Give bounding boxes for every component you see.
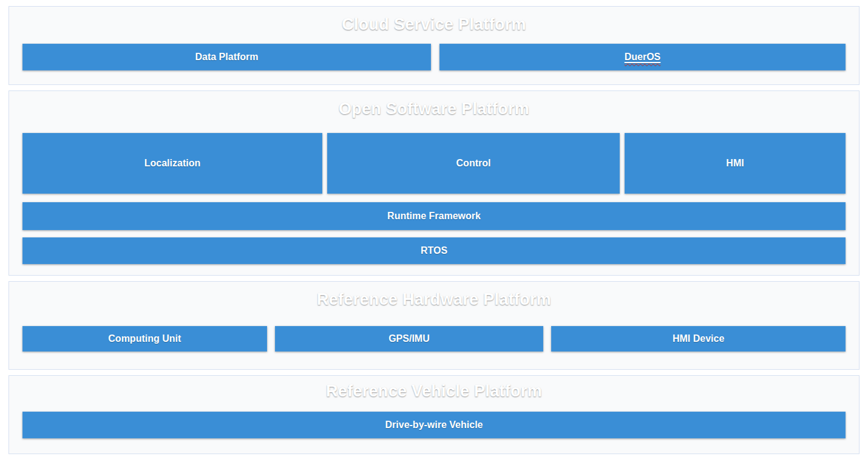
data-platform-label: Data Platform: [195, 52, 258, 63]
dueros-link[interactable]: DuerOS: [625, 52, 661, 63]
panel-reference-vehicle-platform: Reference Vehicle Platform Drive-by-wire…: [8, 375, 860, 454]
dueros-label: DuerOS: [625, 52, 661, 62]
cloud-blocks-row: Data Platform DuerOS: [22, 44, 846, 70]
hmi-label: HMI: [726, 158, 744, 169]
hardware-blocks-row: Computing Unit GPS/IMU HMI Device: [22, 326, 846, 352]
computing-unit-label: Computing Unit: [108, 333, 181, 344]
block-control: Control: [327, 133, 620, 194]
drive-by-wire-vehicle-label: Drive-by-wire Vehicle: [385, 420, 483, 430]
reference-hardware-platform-title: Reference Hardware Platform: [22, 282, 846, 309]
control-label: Control: [456, 158, 491, 169]
rtos-label: RTOS: [421, 245, 447, 256]
runtime-framework-label: Runtime Framework: [387, 211, 481, 222]
block-dueros[interactable]: DuerOS: [439, 44, 846, 70]
block-gps-imu: GPS/IMU: [275, 326, 544, 352]
cloud-service-platform-title: Cloud Service Platform: [22, 7, 846, 34]
reference-vehicle-platform-title: Reference Vehicle Platform: [22, 376, 846, 401]
hmi-device-label: HMI Device: [673, 333, 724, 344]
panel-reference-hardware-platform: Reference Hardware Platform Computing Un…: [8, 281, 860, 370]
block-hmi: HMI: [625, 133, 846, 194]
block-rtos: RTOS: [22, 237, 846, 264]
open-software-platform-title: Open Software Platform: [22, 91, 846, 118]
architecture-diagram: Cloud Service Platform Data Platform Due…: [0, 0, 868, 459]
block-drive-by-wire-vehicle: Drive-by-wire Vehicle: [22, 412, 846, 438]
block-runtime-framework: Runtime Framework: [22, 202, 846, 230]
panel-open-software-platform: Open Software Platform Localization Cont…: [8, 90, 860, 276]
gps-imu-label: GPS/IMU: [388, 333, 430, 344]
block-data-platform: Data Platform: [22, 44, 431, 70]
block-computing-unit: Computing Unit: [22, 326, 267, 352]
panel-cloud-service-platform: Cloud Service Platform Data Platform Due…: [8, 6, 860, 85]
localization-label: Localization: [144, 158, 200, 169]
block-localization: Localization: [22, 133, 322, 194]
block-hmi-device: HMI Device: [551, 326, 846, 352]
software-modules-row: Localization Control HMI: [22, 133, 846, 194]
